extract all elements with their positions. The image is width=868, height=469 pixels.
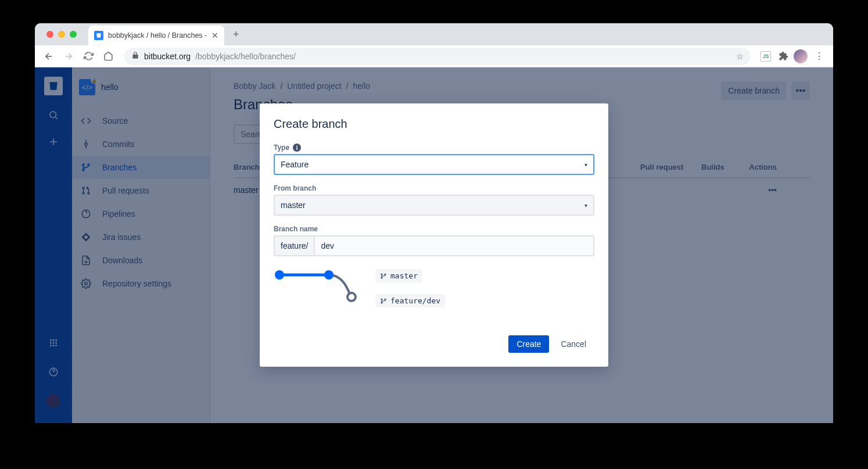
info-icon[interactable]: i [293, 144, 301, 152]
diagram-source-branch: master [375, 269, 422, 282]
app-root: </> 🔒 hello Source Commits Branches Pull… [35, 67, 833, 423]
branch-name-label: Branch name [274, 225, 594, 233]
back-button[interactable] [41, 48, 57, 65]
close-window-button[interactable] [46, 31, 53, 38]
svg-point-26 [381, 277, 382, 278]
browser-tab-bar: bobbykjack / hello / Branches - ✕ + [35, 23, 833, 45]
close-tab-button[interactable]: ✕ [211, 31, 218, 40]
diagram-graph-icon [274, 268, 358, 303]
from-branch-select[interactable]: master ▾ [274, 195, 594, 216]
cancel-button[interactable]: Cancel [553, 335, 594, 353]
branch-name-prefix: feature/ [274, 235, 314, 256]
svg-point-28 [385, 299, 386, 300]
extensions-icon[interactable] [776, 49, 790, 63]
svg-point-29 [381, 302, 382, 303]
create-branch-modal: Create branch Type i Feature ▾ From bran… [260, 103, 608, 367]
address-bar[interactable]: bitbucket.org/bobbykjack/hello/branches/… [124, 48, 751, 65]
svg-point-22 [324, 270, 333, 280]
reload-button[interactable] [80, 48, 96, 65]
browser-menu-button[interactable]: ⋮ [811, 48, 827, 65]
home-button[interactable] [100, 48, 116, 65]
chevron-down-icon: ▾ [584, 202, 587, 209]
window-controls [40, 31, 84, 38]
star-icon[interactable]: ☆ [736, 52, 744, 61]
browser-window: bobbykjack / hello / Branches - ✕ + bitb… [35, 23, 833, 423]
create-button[interactable]: Create [508, 335, 549, 353]
svg-point-23 [347, 293, 356, 301]
diagram-target-branch: feature/dev [375, 294, 445, 307]
type-label: Type i [274, 144, 594, 152]
branch-name-input-group: feature/ [274, 235, 594, 256]
svg-point-21 [275, 270, 284, 280]
tab-title: bobbykjack / hello / Branches - [108, 31, 207, 40]
lock-icon [131, 51, 139, 61]
profile-avatar[interactable] [794, 49, 808, 63]
browser-tab[interactable]: bobbykjack / hello / Branches - ✕ [88, 26, 224, 45]
from-branch-label: From branch [274, 184, 594, 192]
url-path: /bobbykjack/hello/branches/ [195, 52, 296, 61]
url-host: bitbucket.org [144, 52, 191, 61]
svg-point-27 [381, 299, 382, 300]
svg-point-25 [385, 274, 386, 275]
from-branch-value: master [281, 201, 306, 210]
chevron-down-icon: ▾ [584, 162, 587, 168]
branch-diagram: master feature/dev [274, 268, 594, 307]
type-select[interactable]: Feature ▾ [274, 154, 594, 175]
modal-overlay[interactable]: Create branch Type i Feature ▾ From bran… [35, 67, 833, 423]
modal-title: Create branch [274, 117, 594, 131]
type-value: Feature [281, 160, 309, 169]
forward-button[interactable] [60, 48, 77, 65]
svg-point-24 [381, 274, 382, 275]
minimize-window-button[interactable] [58, 31, 65, 38]
browser-toolbar: bitbucket.org/bobbykjack/hello/branches/… [35, 45, 833, 67]
branch-name-input[interactable] [314, 235, 594, 256]
new-tab-button[interactable]: + [228, 26, 244, 42]
bitbucket-favicon-icon [94, 31, 103, 40]
maximize-window-button[interactable] [70, 31, 77, 38]
extension-js-icon[interactable]: JS [759, 49, 773, 63]
